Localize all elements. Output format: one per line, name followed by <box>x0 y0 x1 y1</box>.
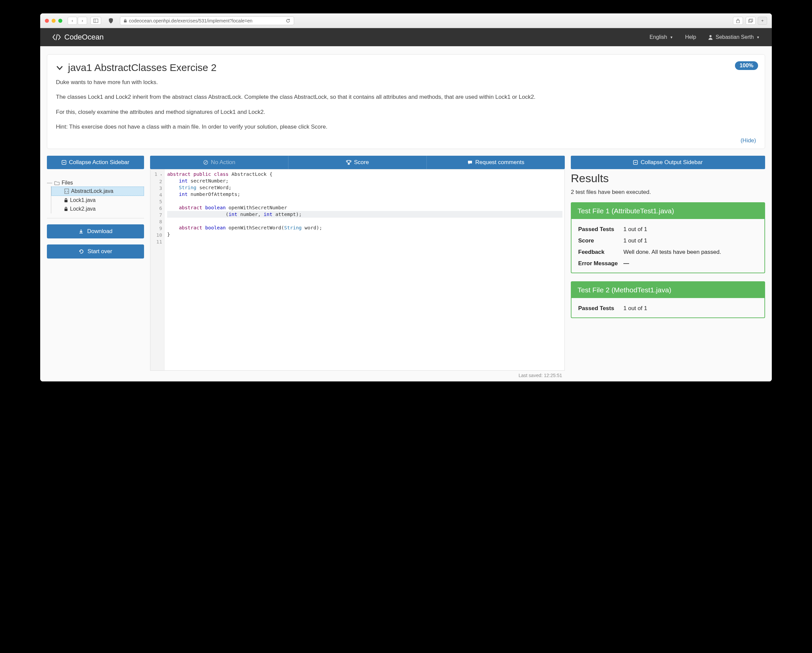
forward-button[interactable]: › <box>78 17 87 25</box>
code-lines[interactable]: abstract public class AbstractLock { int… <box>150 169 565 370</box>
val-feedback: Well done. All tests have been passed. <box>623 249 758 255</box>
download-icon <box>78 229 84 234</box>
caret-down-icon: ▼ <box>670 35 673 39</box>
exercise-card: 100% java1 AbstractClasses Exercise 2 Du… <box>47 54 765 149</box>
val-score: 1 out of 1 <box>623 237 758 244</box>
file-code-icon <box>64 189 69 194</box>
file-tree: — Files AbstractLock.java <box>47 179 144 218</box>
no-action-button[interactable]: No Action <box>150 156 288 169</box>
share-button[interactable] <box>733 17 743 25</box>
val-error: — <box>623 260 758 267</box>
new-tab-button[interactable]: + <box>758 17 767 25</box>
close-window-icon[interactable] <box>45 19 49 23</box>
files-label: Files <box>62 180 73 186</box>
files-folder[interactable]: — Files <box>47 179 144 186</box>
brand[interactable]: CodeOcean <box>52 33 104 41</box>
lbl-feedback: Feedback <box>578 249 623 255</box>
lbl-passed: Passed Tests <box>578 305 623 312</box>
folder-icon <box>54 181 60 185</box>
maximize-window-icon[interactable] <box>58 19 62 23</box>
lbl-passed: Passed Tests <box>578 226 623 233</box>
exercise-p1: Duke wants to have more fun with locks. <box>56 78 756 87</box>
comment-icon <box>467 160 473 165</box>
file-lock2[interactable]: Lock2.java <box>51 204 144 213</box>
score-badge: 100% <box>735 61 758 70</box>
nav-buttons: ‹ › <box>68 17 87 25</box>
lbl-score: Score <box>578 237 623 244</box>
svg-rect-0 <box>94 19 98 23</box>
svg-rect-2 <box>124 20 127 23</box>
collapse-label: Collapse Action Sidebar <box>69 159 130 166</box>
test-body: Passed Tests1 out of 1 Score1 out of 1 F… <box>571 219 765 273</box>
file-lock1[interactable]: Lock1.java <box>51 196 144 204</box>
user-menu[interactable]: Sebastian Serth ▼ <box>708 34 760 40</box>
trophy-icon <box>346 160 351 165</box>
svg-rect-12 <box>65 209 68 211</box>
val-passed: 1 out of 1 <box>623 305 758 312</box>
main-layout: Collapse Action Sidebar — Files <box>47 156 765 381</box>
help-link[interactable]: Help <box>685 34 696 40</box>
code-editor[interactable]: 1 ▾234567891011 abstract public class Ab… <box>150 169 565 371</box>
url-bar[interactable]: codeocean.openhpi.de/exercises/531/imple… <box>120 17 294 25</box>
svg-rect-5 <box>749 20 752 23</box>
score-button[interactable]: Score <box>288 156 427 169</box>
chevron-down-icon[interactable] <box>56 64 63 71</box>
lbl-error: Error Message <box>578 260 623 267</box>
svg-rect-11 <box>65 200 68 202</box>
titlebar: ‹ › codeocean.openhpi.de/exercises/531/i… <box>40 14 772 28</box>
exercise-title-text: java1 AbstractClasses Exercise 2 <box>68 62 217 73</box>
collapse-action-sidebar-button[interactable]: Collapse Action Sidebar <box>47 156 144 169</box>
svg-rect-10 <box>65 189 69 194</box>
test-header: Test File 2 (MethodTest1.java) <box>571 282 765 298</box>
file-abstractlock[interactable]: AbstractLock.java <box>51 186 144 196</box>
caret-down-icon: ▼ <box>756 35 760 39</box>
refresh-icon[interactable] <box>286 18 290 23</box>
svg-rect-6 <box>749 19 753 21</box>
back-button[interactable]: ‹ <box>68 17 77 25</box>
editor-toolbar: No Action Score Request comments <box>150 156 565 169</box>
no-action-label: No Action <box>211 159 235 166</box>
code-brackets-icon <box>52 34 61 41</box>
results-sub: 2 test files have been executed. <box>571 189 765 195</box>
collapse-output-sidebar-button[interactable]: Collapse Output Sidebar <box>571 156 765 169</box>
language-label: English <box>650 34 667 40</box>
url-text: codeocean.openhpi.de/exercises/531/imple… <box>129 18 253 23</box>
request-label: Request comments <box>475 159 524 166</box>
test-body: Passed Tests1 out of 1 <box>571 298 765 317</box>
results-heading: Results <box>571 172 765 185</box>
exercise-p3: For this, closely examine the attributes… <box>56 108 756 116</box>
minus-square-icon <box>62 160 66 165</box>
test-header: Test File 1 (AttributeTest1.java) <box>571 203 765 219</box>
file-label: AbstractLock.java <box>71 188 113 194</box>
language-menu[interactable]: English ▼ <box>650 34 673 40</box>
file-label: Lock2.java <box>70 206 96 212</box>
help-label: Help <box>685 34 696 40</box>
svg-point-7 <box>710 35 711 37</box>
hide-link[interactable]: (Hide) <box>56 137 756 144</box>
minimize-window-icon[interactable] <box>52 19 56 23</box>
download-button[interactable]: Download <box>47 224 144 238</box>
request-comments-button[interactable]: Request comments <box>427 156 565 169</box>
val-passed: 1 out of 1 <box>623 226 758 233</box>
exercise-title: java1 AbstractClasses Exercise 2 <box>56 62 756 73</box>
traffic-lights <box>45 19 62 23</box>
left-sidebar: Collapse Action Sidebar — Files <box>47 156 144 258</box>
score-label: Score <box>354 159 369 166</box>
tabs-button[interactable] <box>746 17 756 25</box>
start-over-button[interactable]: Start over <box>47 244 144 258</box>
brand-label: CodeOcean <box>64 33 104 41</box>
lock-icon <box>124 19 127 23</box>
no-icon <box>203 160 208 165</box>
last-saved: Last saved: 12:25:51 <box>150 371 565 381</box>
start-over-label: Start over <box>87 248 112 255</box>
editor-panel: No Action Score Request comments <box>150 156 565 381</box>
output-sidebar: Collapse Output Sidebar Results 2 test f… <box>571 156 765 326</box>
sidebar-toggle-button[interactable] <box>90 17 101 25</box>
svg-line-15 <box>205 161 207 164</box>
file-label: Lock1.java <box>70 197 96 203</box>
lock-icon <box>64 198 68 203</box>
gutter: 1 ▾234567891011 <box>150 169 165 370</box>
browser-window: ‹ › codeocean.openhpi.de/exercises/531/i… <box>40 14 772 381</box>
test-card-1: Test File 1 (AttributeTest1.java) Passed… <box>571 202 765 273</box>
privacy-shield-icon[interactable] <box>106 17 116 24</box>
